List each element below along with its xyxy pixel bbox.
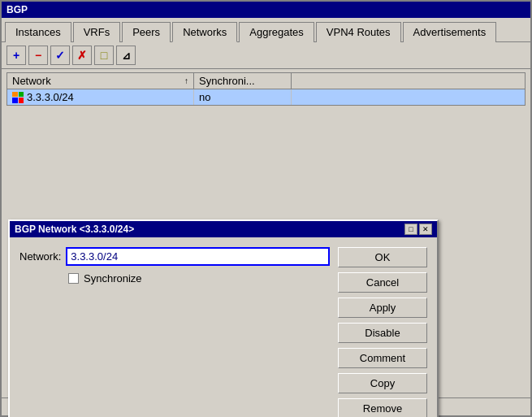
dialog-body: Network: Synchronize OK Cancel [10, 237, 437, 417]
apply-button[interactable]: Apply [338, 298, 427, 318]
toolbar: + − ✓ ✗ □ ⊿ [2, 42, 530, 69]
synchronize-row: Synchronize [68, 272, 330, 285]
tab-aggregates[interactable]: Aggregates [239, 22, 314, 42]
synchronize-checkbox[interactable] [68, 273, 79, 284]
main-window: BGP Instances VRFs Peers Networks Aggreg… [0, 0, 532, 417]
window-title: BGP [6, 4, 28, 15]
delete-button[interactable]: − [28, 46, 48, 65]
synchronize-label: Synchronize [84, 272, 142, 285]
disable-button[interactable]: Disable [338, 323, 427, 343]
tab-bar: Instances VRFs Peers Networks Aggregates… [2, 18, 530, 42]
add-button[interactable]: + [6, 46, 26, 65]
table-row[interactable]: 3.3.3.0/24 no [7, 89, 525, 105]
network-label: Network: [19, 250, 61, 263]
bgp-network-dialog: BGP Network <3.3.3.0/24> □ ✕ Network: Sy… [8, 219, 439, 417]
comment-button[interactable]: Comment [338, 348, 427, 368]
sort-icon: ↑ [184, 76, 188, 85]
table-header: Network ↑ Synchroni... [7, 73, 525, 89]
remove-button[interactable]: Remove [338, 398, 427, 417]
cell-synchronize: no [194, 89, 292, 105]
copy-button[interactable]: Copy [338, 373, 427, 393]
dialog-title-bar: BGP Network <3.3.3.0/24> □ ✕ [10, 221, 437, 237]
network-input[interactable] [66, 247, 330, 266]
dialog-minimize-button[interactable]: □ [404, 224, 417, 235]
cancel-button[interactable]: Cancel [338, 272, 427, 293]
tab-networks[interactable]: Networks [172, 22, 237, 42]
tab-vpn4routes[interactable]: VPN4 Routes [316, 22, 401, 42]
dialog-buttons: OK Cancel Apply Disable Comment [338, 247, 427, 417]
tab-peers[interactable]: Peers [122, 22, 171, 42]
networks-table: Network ↑ Synchroni... 3.3.3.0/24 [6, 72, 526, 106]
dialog-controls: □ ✕ [404, 224, 432, 235]
title-bar: BGP [2, 2, 530, 18]
network-field-row: Network: [19, 247, 330, 266]
tab-advertisements[interactable]: Advertisements [403, 22, 497, 42]
cell-network: 3.3.3.0/24 [7, 89, 194, 105]
col-synchronize: Synchroni... [194, 73, 292, 89]
col-network: Network ↑ [7, 73, 194, 89]
filter-button[interactable]: ⊿ [116, 46, 136, 65]
tab-instances[interactable]: Instances [5, 22, 71, 42]
dialog-title: BGP Network <3.3.3.0/24> [15, 224, 134, 235]
check-button[interactable]: ✓ [50, 46, 70, 65]
ok-button[interactable]: OK [338, 247, 427, 267]
dialog-close-button[interactable]: ✕ [419, 224, 432, 235]
dialog-left: Network: Synchronize [19, 247, 330, 417]
content-area: Network ↑ Synchroni... 3.3.3.0/24 [2, 69, 530, 397]
tab-vrfs[interactable]: VRFs [73, 22, 121, 42]
network-icon [12, 92, 24, 103]
square-button[interactable]: □ [94, 46, 114, 65]
cross-button[interactable]: ✗ [72, 46, 92, 65]
